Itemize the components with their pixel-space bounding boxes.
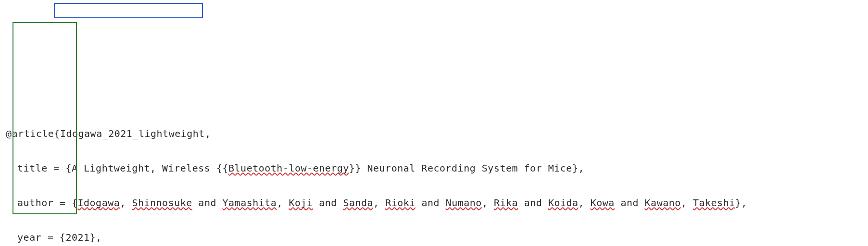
year-value: 2021 <box>65 232 89 243</box>
author-last: Sanda <box>343 197 373 209</box>
bibtex-entry-header: @article{Idogawa_2021_lightweight, <box>6 125 864 142</box>
author-last: Koida <box>548 197 579 209</box>
author-first: Takeshi <box>693 197 735 209</box>
field-title: title = {A Lightweight, Wireless {{Bluet… <box>6 160 864 177</box>
highlight-box-citekey <box>54 3 203 18</box>
spellcheck-word: Bluetooth-low-energy <box>228 162 349 174</box>
author-first: Shinnosuke <box>132 197 192 209</box>
author-first: Rioki <box>385 197 415 209</box>
author-last: Numano <box>446 197 482 209</box>
author-last: Yamashita <box>223 197 277 209</box>
author-first: Koji <box>289 197 313 209</box>
author-last: Idogawa <box>78 197 120 209</box>
author-first: Kowa <box>591 197 615 209</box>
cite-key: Idogawa_2021_lightweight <box>60 128 205 139</box>
author-first: Rika <box>494 197 518 209</box>
field-year: year = {2021}, <box>6 229 864 246</box>
author-last: Kawano <box>645 197 681 209</box>
field-author: author = {Idogawa, Shinnosuke and Yamash… <box>6 194 864 211</box>
entry-type: article <box>12 128 54 139</box>
bibtex-source: @article{Idogawa_2021_lightweight, title… <box>6 125 864 246</box>
